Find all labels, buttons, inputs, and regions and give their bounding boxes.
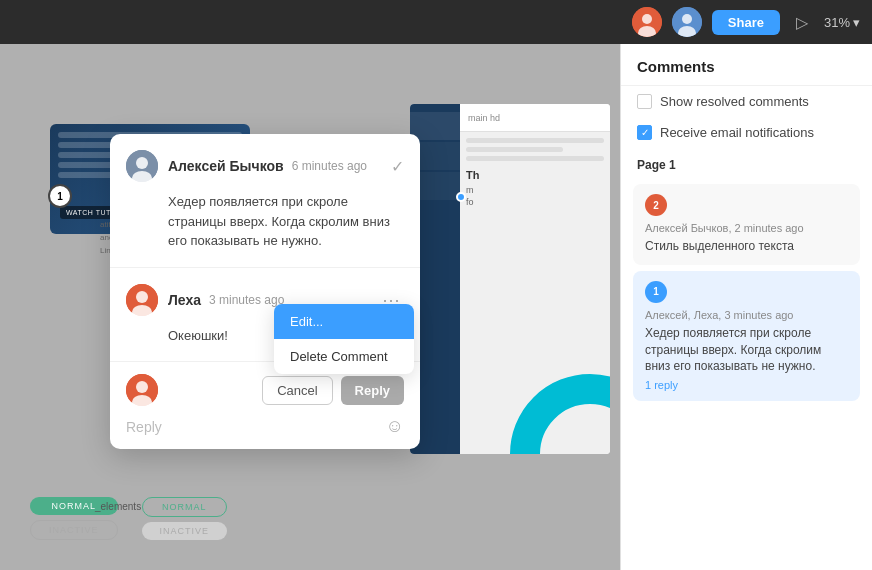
comment-popup: Алексей Бычков 6 minutes ago ✓ Хедер поя…: [110, 134, 420, 449]
comment-author-1: Алексей Бычков: [168, 158, 284, 174]
resolve-check-icon[interactable]: ✓: [391, 157, 404, 176]
comment-avatar-1: [126, 150, 158, 182]
panel-comment-1[interactable]: 1 Алексей, Леха, 3 minutes ago Хедер поя…: [633, 271, 860, 401]
reply-avatar: [126, 374, 158, 406]
comment-avatar-reply: [126, 284, 158, 316]
design-frame: main hd Th m fo: [410, 104, 610, 454]
user-avatar-2: [672, 7, 702, 37]
svg-point-4: [682, 14, 692, 24]
reply-header: Cancel Reply: [126, 374, 404, 406]
receive-email-option[interactable]: ✓ Receive email notifications: [621, 117, 872, 148]
dropdown-menu: Edit... Delete Comment: [274, 304, 414, 374]
blue-selection-dot: [456, 192, 466, 202]
main-hd-label: main hd: [468, 113, 500, 123]
panel-comment-2-meta: Алексей Бычков, 2 minutes ago: [645, 222, 848, 234]
inactive-outline-button: INACTIVE: [142, 522, 228, 540]
user-avatar-1: [632, 7, 662, 37]
reply-placeholder-text[interactable]: Reply: [126, 419, 386, 435]
svg-point-13: [136, 381, 148, 393]
top-bar: Share ▷ 31% ▾: [0, 0, 872, 44]
comment-author-reply: Леха: [168, 292, 201, 308]
panel-comment-1-meta: Алексей, Леха, 3 minutes ago: [645, 309, 848, 321]
panel-title: Comments: [621, 44, 872, 86]
share-button[interactable]: Share: [712, 10, 780, 35]
dropdown-item-edit[interactable]: Edit...: [274, 304, 414, 339]
cancel-reply-button[interactable]: Cancel: [262, 376, 332, 405]
svg-point-10: [136, 291, 148, 303]
panel-reply-count: 1 reply: [645, 379, 848, 391]
dropdown-item-delete[interactable]: Delete Comment: [274, 339, 414, 374]
svg-point-1: [642, 14, 652, 24]
annotation-pin[interactable]: 1: [48, 184, 72, 208]
panel-dot-red: 2: [645, 194, 667, 216]
comment-thread-item-reply: Леха 3 minutes ago ⋯ Океюшки! Edit... De…: [110, 268, 420, 363]
panel-dot-blue: 1: [645, 281, 667, 303]
receive-email-checkbox[interactable]: ✓: [637, 125, 652, 140]
show-resolved-checkbox[interactable]: [637, 94, 652, 109]
page-label: Page 1: [621, 148, 872, 178]
reply-action-buttons: Cancel Reply: [262, 376, 404, 405]
canvas-area: WATCH TUTORIAL atify propering anced mar…: [0, 44, 620, 570]
comment-text-1: Хедер появляется при скроле страницы вве…: [168, 192, 404, 251]
zoom-indicator: 31% ▾: [824, 15, 860, 30]
comment-time-1: 6 minutes ago: [292, 159, 367, 173]
show-resolved-label: Show resolved comments: [660, 94, 809, 109]
panel-comment-1-text: Хедер появляется при скроле страницы вве…: [645, 325, 848, 375]
comment-thread-item-1: Алексей Бычков 6 minutes ago ✓ Хедер поя…: [110, 134, 420, 268]
reply-input-row: Reply ☺: [126, 416, 404, 437]
panel-comment-2[interactable]: 2 Алексей Бычков, 2 minutes ago Стиль вы…: [633, 184, 860, 265]
inactive-button-1: INACTIVE: [30, 520, 118, 540]
reply-submit-button[interactable]: Reply: [341, 376, 404, 405]
comment-time-reply: 3 minutes ago: [209, 293, 284, 307]
receive-email-label: Receive email notifications: [660, 125, 814, 140]
right-panel: Comments Show resolved comments ✓ Receiv…: [620, 44, 872, 570]
comment-author-time-1: Алексей Бычков 6 minutes ago: [168, 158, 381, 174]
emoji-button[interactable]: ☺: [386, 416, 404, 437]
show-resolved-option[interactable]: Show resolved comments: [621, 86, 872, 117]
svg-point-7: [136, 157, 148, 169]
comment-reply-section: Cancel Reply Reply ☺: [110, 362, 420, 449]
normal-outline-button: NORMAL: [142, 497, 228, 517]
elements-label: _elements: [95, 501, 141, 512]
panel-comment-2-text: Стиль выделенного текста: [645, 238, 848, 255]
play-icon[interactable]: ▷: [790, 10, 814, 34]
